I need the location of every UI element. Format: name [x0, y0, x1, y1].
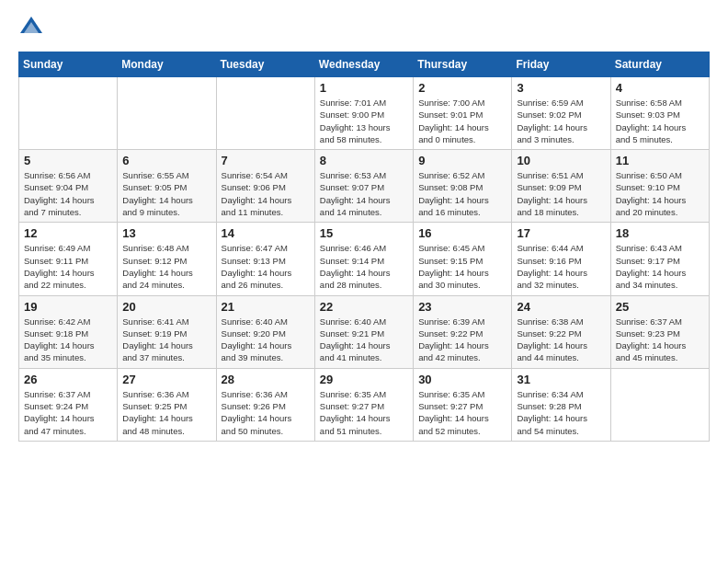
day-number: 12 [24, 226, 112, 240]
day-info: Sunrise: 6:56 AM Sunset: 9:04 PM Dayligh… [24, 169, 112, 218]
calendar-week-0: 1Sunrise: 7:01 AM Sunset: 9:00 PM Daylig… [19, 77, 710, 150]
day-number: 13 [122, 226, 210, 240]
calendar-cell: 29Sunrise: 6:35 AM Sunset: 9:27 PM Dayli… [314, 368, 413, 441]
day-info: Sunrise: 6:54 AM Sunset: 9:06 PM Dayligh… [222, 169, 310, 218]
day-info: Sunrise: 6:37 AM Sunset: 9:24 PM Dayligh… [24, 388, 112, 437]
day-number: 2 [418, 81, 506, 95]
calendar-week-2: 12Sunrise: 6:49 AM Sunset: 9:11 PM Dayli… [19, 223, 710, 295]
day-info: Sunrise: 6:53 AM Sunset: 9:07 PM Dayligh… [320, 169, 408, 218]
day-info: Sunrise: 6:51 AM Sunset: 9:09 PM Dayligh… [517, 169, 605, 218]
day-number: 8 [320, 154, 408, 167]
calendar-cell: 23Sunrise: 6:39 AM Sunset: 9:22 PM Dayli… [414, 295, 512, 368]
calendar-cell: 7Sunrise: 6:54 AM Sunset: 9:06 PM Daylig… [216, 150, 314, 223]
calendar-cell: 28Sunrise: 6:36 AM Sunset: 9:26 PM Dayli… [216, 368, 314, 441]
calendar-cell: 25Sunrise: 6:37 AM Sunset: 9:23 PM Dayli… [610, 295, 709, 368]
day-info: Sunrise: 6:55 AM Sunset: 9:05 PM Dayligh… [122, 169, 210, 218]
weekday-header-saturday: Saturday [610, 52, 709, 77]
day-number: 21 [222, 300, 310, 314]
day-number: 9 [418, 154, 506, 167]
calendar-cell: 10Sunrise: 6:51 AM Sunset: 9:09 PM Dayli… [512, 150, 610, 223]
day-info: Sunrise: 6:42 AM Sunset: 9:18 PM Dayligh… [24, 316, 112, 364]
day-number: 20 [122, 300, 210, 314]
day-info: Sunrise: 6:35 AM Sunset: 9:27 PM Dayligh… [418, 388, 506, 437]
calendar-week-1: 5Sunrise: 6:56 AM Sunset: 9:04 PM Daylig… [19, 150, 710, 223]
day-number: 22 [320, 300, 408, 314]
calendar-table: SundayMondayTuesdayWednesdayThursdayFrid… [18, 52, 710, 442]
day-info: Sunrise: 7:01 AM Sunset: 9:00 PM Dayligh… [320, 97, 408, 145]
weekday-header-friday: Friday [512, 52, 610, 77]
day-number: 29 [320, 373, 408, 386]
calendar-cell [216, 77, 314, 150]
weekday-header-sunday: Sunday [19, 52, 118, 77]
calendar-cell: 16Sunrise: 6:45 AM Sunset: 9:15 PM Dayli… [414, 223, 512, 295]
day-info: Sunrise: 6:50 AM Sunset: 9:10 PM Dayligh… [616, 169, 704, 218]
day-info: Sunrise: 6:58 AM Sunset: 9:03 PM Dayligh… [616, 97, 704, 145]
calendar-cell: 15Sunrise: 6:46 AM Sunset: 9:14 PM Dayli… [314, 223, 413, 295]
calendar-cell: 20Sunrise: 6:41 AM Sunset: 9:19 PM Dayli… [118, 295, 216, 368]
logo-icon [18, 15, 44, 40]
day-number: 14 [222, 226, 310, 240]
day-info: Sunrise: 6:40 AM Sunset: 9:21 PM Dayligh… [320, 316, 408, 364]
day-info: Sunrise: 6:38 AM Sunset: 9:22 PM Dayligh… [517, 316, 605, 364]
calendar-cell: 14Sunrise: 6:47 AM Sunset: 9:13 PM Dayli… [216, 223, 314, 295]
calendar-cell: 31Sunrise: 6:34 AM Sunset: 9:28 PM Dayli… [512, 368, 610, 441]
day-number: 24 [517, 300, 605, 314]
calendar-cell: 1Sunrise: 7:01 AM Sunset: 9:00 PM Daylig… [314, 77, 413, 150]
day-info: Sunrise: 6:39 AM Sunset: 9:22 PM Dayligh… [418, 316, 506, 364]
calendar-cell: 12Sunrise: 6:49 AM Sunset: 9:11 PM Dayli… [19, 223, 118, 295]
day-number: 11 [616, 154, 704, 167]
calendar-cell: 6Sunrise: 6:55 AM Sunset: 9:05 PM Daylig… [118, 150, 216, 223]
day-info: Sunrise: 6:43 AM Sunset: 9:17 PM Dayligh… [616, 242, 704, 291]
day-info: Sunrise: 6:37 AM Sunset: 9:23 PM Dayligh… [616, 316, 704, 364]
calendar-cell: 8Sunrise: 6:53 AM Sunset: 9:07 PM Daylig… [314, 150, 413, 223]
day-info: Sunrise: 6:34 AM Sunset: 9:28 PM Dayligh… [517, 388, 605, 437]
day-info: Sunrise: 6:45 AM Sunset: 9:15 PM Dayligh… [418, 242, 506, 291]
calendar-cell: 27Sunrise: 6:36 AM Sunset: 9:25 PM Dayli… [118, 368, 216, 441]
day-number: 10 [517, 154, 605, 167]
day-info: Sunrise: 6:52 AM Sunset: 9:08 PM Dayligh… [418, 169, 506, 218]
day-number: 19 [24, 300, 112, 314]
day-number: 26 [24, 373, 112, 386]
day-number: 28 [222, 373, 310, 386]
calendar-cell: 2Sunrise: 7:00 AM Sunset: 9:01 PM Daylig… [414, 77, 512, 150]
day-info: Sunrise: 6:36 AM Sunset: 9:26 PM Dayligh… [222, 388, 310, 437]
day-number: 16 [418, 226, 506, 240]
calendar-cell: 19Sunrise: 6:42 AM Sunset: 9:18 PM Dayli… [19, 295, 118, 368]
calendar-cell [118, 77, 216, 150]
day-number: 17 [517, 226, 605, 240]
day-number: 6 [122, 154, 210, 167]
calendar-cell: 26Sunrise: 6:37 AM Sunset: 9:24 PM Dayli… [19, 368, 118, 441]
calendar-week-4: 26Sunrise: 6:37 AM Sunset: 9:24 PM Dayli… [19, 368, 710, 441]
calendar-cell: 30Sunrise: 6:35 AM Sunset: 9:27 PM Dayli… [414, 368, 512, 441]
day-info: Sunrise: 6:47 AM Sunset: 9:13 PM Dayligh… [222, 242, 310, 291]
day-info: Sunrise: 6:49 AM Sunset: 9:11 PM Dayligh… [24, 242, 112, 291]
day-number: 27 [122, 373, 210, 386]
header [18, 15, 710, 40]
calendar-cell: 24Sunrise: 6:38 AM Sunset: 9:22 PM Dayli… [512, 295, 610, 368]
calendar-cell [19, 77, 118, 150]
calendar-cell: 13Sunrise: 6:48 AM Sunset: 9:12 PM Dayli… [118, 223, 216, 295]
calendar-cell: 5Sunrise: 6:56 AM Sunset: 9:04 PM Daylig… [19, 150, 118, 223]
day-info: Sunrise: 6:48 AM Sunset: 9:12 PM Dayligh… [122, 242, 210, 291]
day-number: 3 [517, 81, 605, 95]
logo [18, 15, 48, 40]
day-number: 15 [320, 226, 408, 240]
day-info: Sunrise: 6:35 AM Sunset: 9:27 PM Dayligh… [320, 388, 408, 437]
calendar-cell: 17Sunrise: 6:44 AM Sunset: 9:16 PM Dayli… [512, 223, 610, 295]
day-info: Sunrise: 6:44 AM Sunset: 9:16 PM Dayligh… [517, 242, 605, 291]
weekday-header-thursday: Thursday [414, 52, 512, 77]
day-number: 5 [24, 154, 112, 167]
day-info: Sunrise: 6:40 AM Sunset: 9:20 PM Dayligh… [222, 316, 310, 364]
page: SundayMondayTuesdayWednesdayThursdayFrid… [0, 0, 728, 456]
calendar-cell: 11Sunrise: 6:50 AM Sunset: 9:10 PM Dayli… [610, 150, 709, 223]
day-number: 7 [222, 154, 310, 167]
calendar-cell: 18Sunrise: 6:43 AM Sunset: 9:17 PM Dayli… [610, 223, 709, 295]
calendar-cell: 9Sunrise: 6:52 AM Sunset: 9:08 PM Daylig… [414, 150, 512, 223]
weekday-header-wednesday: Wednesday [314, 52, 413, 77]
weekday-header-tuesday: Tuesday [216, 52, 314, 77]
day-info: Sunrise: 6:41 AM Sunset: 9:19 PM Dayligh… [122, 316, 210, 364]
calendar-cell: 22Sunrise: 6:40 AM Sunset: 9:21 PM Dayli… [314, 295, 413, 368]
calendar-cell: 21Sunrise: 6:40 AM Sunset: 9:20 PM Dayli… [216, 295, 314, 368]
calendar-cell [610, 368, 709, 441]
day-info: Sunrise: 6:46 AM Sunset: 9:14 PM Dayligh… [320, 242, 408, 291]
